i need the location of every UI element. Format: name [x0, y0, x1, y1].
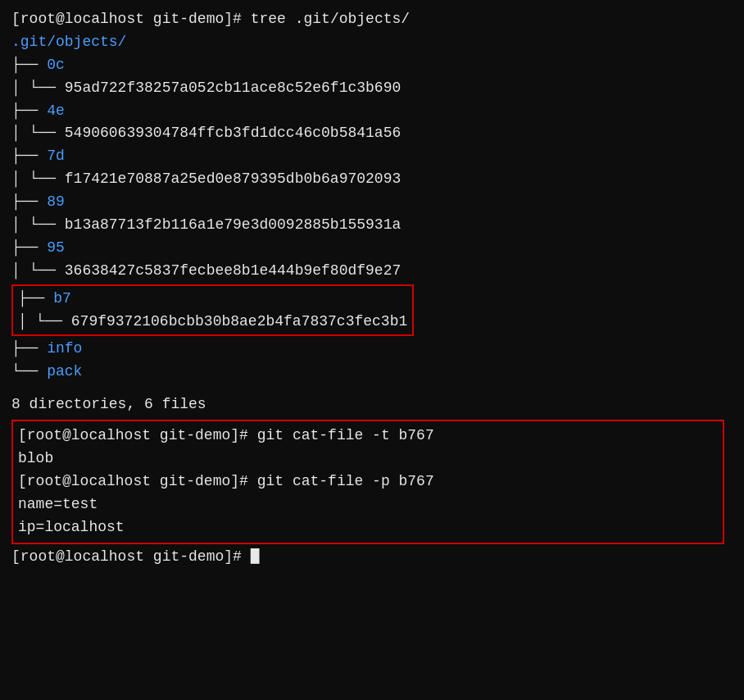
tree-branch-b7: ├── — [18, 290, 53, 307]
cmd3-line: [root@localhost git-demo]# git cat-file … — [18, 470, 718, 493]
prompt-3: [root@localhost git-demo]# — [18, 473, 248, 489]
tree-sub-89: │ └── — [11, 216, 65, 233]
tree-branch-7d: ├── — [11, 148, 47, 164]
tree-sub-0c: │ └── — [11, 80, 65, 96]
command-separator-1 — [242, 11, 251, 27]
dir-0c: ├── 0c — [11, 54, 733, 77]
hash-95-line: │ └── 36638427c5837fecbee8b1e444b9ef80df… — [11, 260, 733, 283]
hash-0c: 95ad722f38257a052cb11ace8c52e6f1c3b690 — [65, 80, 401, 96]
hash-0c-line: │ └── 95ad722f38257a052cb11ace8c52e6f1c3… — [11, 77, 733, 100]
hash-b7: 679f9372106bcbb30b8ae2b4fa7837c3fec3b1 — [71, 313, 407, 330]
cmd3-text: git cat-file -p b767 — [257, 473, 434, 489]
tree-sub-b7: │ └── — [18, 313, 71, 330]
dir-7d: ├── 7d — [11, 145, 733, 168]
hash-89-line: │ └── b13a87713f2b116a1e79e3d0092885b155… — [11, 214, 733, 237]
dir-name-95: 95 — [47, 239, 65, 256]
summary-text: 8 directories, 6 files — [11, 396, 206, 412]
dir-name-4e: 4e — [47, 102, 65, 119]
dir-name-89: 89 — [47, 193, 65, 210]
dir-95: ├── 95 — [11, 237, 733, 260]
dir-name-pack: pack — [47, 363, 82, 380]
final-prompt-line: [root@localhost git-demo]# █ — [11, 546, 733, 569]
hash-b7-line: │ └── 679f9372106bcbb30b8ae2b4fa7837c3fe… — [18, 311, 407, 334]
dir-info: ├── info — [11, 338, 733, 361]
tree-command: tree .git/objects/ — [251, 11, 410, 27]
cmd3-output2-line: ip=localhost — [18, 516, 718, 539]
prompt-1: [root@localhost git-demo]# — [11, 11, 242, 27]
cmd2-output-line: blob — [18, 448, 718, 470]
summary-line: 8 directories, 6 files — [11, 393, 733, 416]
cmd2-line: [root@localhost git-demo]# git cat-file … — [18, 425, 718, 448]
cmd2-text: git cat-file -t b767 — [257, 427, 434, 443]
tree-branch-89: ├── — [11, 193, 47, 210]
prompt-2: [root@localhost git-demo]# — [18, 427, 248, 443]
hash-4e-line: │ └── 549060639304784ffcb3fd1dcc46c0b584… — [11, 122, 733, 145]
tree-branch-info: ├── — [11, 340, 47, 357]
final-prompt: [root@localhost git-demo]# — [11, 548, 242, 565]
cmd3-space — [248, 473, 257, 489]
command-line-1: [root@localhost git-demo]# tree .git/obj… — [11, 8, 733, 31]
terminal-container: [root@localhost git-demo]# tree .git/obj… — [11, 8, 733, 568]
dir-name-7d: 7d — [47, 148, 65, 164]
tree-branch-0c: ├── — [11, 57, 47, 73]
cmd3-output1-line: name=test — [18, 493, 718, 516]
dir-pack: └── pack — [11, 361, 733, 384]
name-test-output: name=test — [18, 496, 98, 512]
hash-7d: f17421e70887a25ed0e879395db0b6a9702093 — [65, 170, 401, 187]
dir-path-line: .git/objects/ — [11, 31, 733, 54]
dir-name-b7: b7 — [53, 290, 71, 307]
tree-sub-95: │ └── — [11, 262, 65, 279]
tree-branch-4e: ├── — [11, 102, 47, 119]
tree-branch-95: ├── — [11, 239, 47, 256]
dir-name-info: info — [47, 340, 82, 357]
tree-sub-7d: │ └── — [11, 170, 65, 187]
tree-sub-4e: │ └── — [11, 125, 65, 141]
hash-7d-line: │ └── f17421e70887a25ed0e879395db0b6a970… — [11, 168, 733, 191]
tree-branch-pack: └── — [11, 363, 47, 380]
cmd2-space — [248, 427, 257, 443]
tree-structure: ├── 0c │ └── 95ad722f38257a052cb11ace8c5… — [11, 54, 733, 384]
git-objects-dir: .git/objects/ — [11, 34, 126, 50]
dir-b7-highlighted: ├── b7 │ └── 679f9372106bcbb30b8ae2b4fa7… — [11, 284, 414, 337]
dir-name-0c: 0c — [47, 57, 65, 73]
dir-4e: ├── 4e — [11, 100, 733, 123]
hash-4e: 549060639304784ffcb3fd1dcc46c0b5841a56 — [65, 125, 401, 141]
hash-89: b13a87713f2b116a1e79e3d0092885b155931a — [65, 216, 401, 233]
hash-95: 36638427c5837fecbee8b1e444b9ef80df9e27 — [65, 262, 401, 279]
cursor: █ — [242, 548, 260, 565]
dir-89: ├── 89 — [11, 191, 733, 214]
dir-b7-row: ├── b7 — [18, 288, 407, 311]
blob-output: blob — [18, 450, 53, 466]
cmd-block-highlighted: [root@localhost git-demo]# git cat-file … — [11, 420, 724, 543]
ip-localhost-output: ip=localhost — [18, 519, 125, 535]
